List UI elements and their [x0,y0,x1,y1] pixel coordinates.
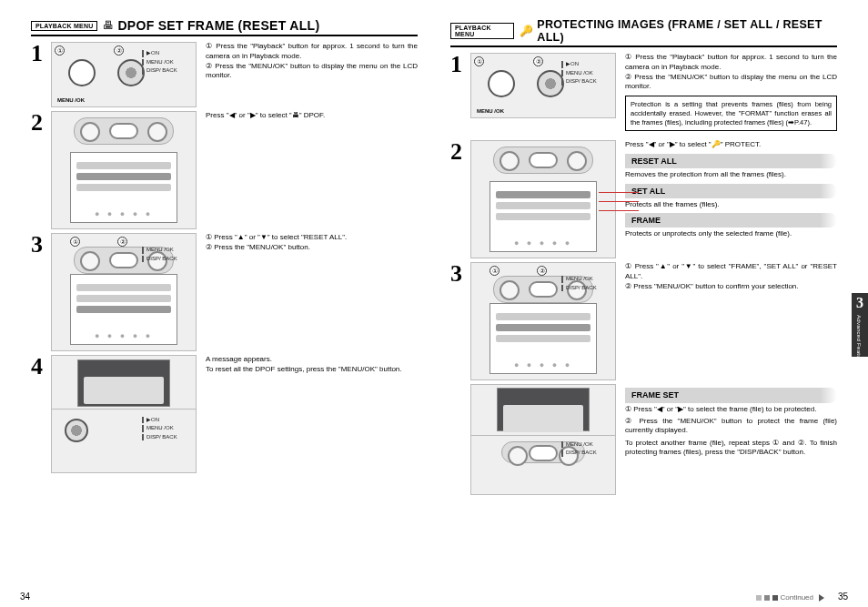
step-number: 1 [450,53,470,137]
disp-label: DISP/ BACK [561,285,611,292]
step1-text2: ② Press the "MENU/OK" button to display … [625,73,837,93]
callout-2: ② [117,237,127,247]
frame-set-text1: ① Press "◀" or "▶" to select the frame (… [625,405,837,414]
step-3: 3 ① ② MENU /OK DISP/ BACK ● ● ● ● ● [31,233,418,351]
lcd-screen: ● ● ● ● ● [70,274,177,345]
camera-top-diagram: ① ② ▶ON MENU /OK DISP/ BACK MENU /OK [51,42,197,107]
step-number: 4 [31,355,51,473]
reset-all-text: Removes the protection from all the fram… [625,170,837,179]
callout-2: ② [114,46,124,56]
step3-text1: ① Press "▲" or "▼" to select "FRAME", "S… [625,262,837,282]
lcd-screen: ● ● ● ● ● [490,303,597,374]
set-all-text: Protects all the frames (files). [625,200,837,209]
callout-1: ① [55,46,65,56]
disp-label: DISP/ BACK [142,67,192,75]
reset-all-heading: RESET ALL [625,154,837,168]
step1-text2: ② Press the "MENU/OK" button to display … [206,62,418,82]
camera-back-diagram: ① ② MENU /OK DISP/ BACK ● ● ● ● ● [51,233,197,351]
frame-set-text3: To protect another frame (file), repeat … [625,439,837,458]
menu-label: MENU /OK [561,276,611,283]
disp-label: DISP/ BACK [561,78,611,86]
callout-2: ② [533,56,543,66]
set-all-heading: SET ALL [625,184,837,198]
menu-label: MENU /OK [142,425,192,432]
lcd-dark: OK [497,388,590,431]
menu-ok-caption: MENU /OK [477,108,504,114]
step-4: 4 OK ▶ON MENU /OK DISP/ BACK [31,355,418,473]
key-icon: 🔑 [520,25,533,37]
section-title: DPOF SET FRAME (RESET ALL) [117,18,319,33]
step-number: 2 [450,140,470,258]
camera-back-diagram: ● ● ● ● ● [51,111,197,229]
step-number: 3 [450,262,470,380]
callout-2: ② [537,266,547,276]
page-number: 34 [20,592,30,602]
step3-text2: ② Press "MENU/OK" button to confirm your… [625,282,837,292]
lcd-screen: ● ● ● ● ● [490,181,597,252]
frame-set-block: OK MENU /OK DISP/ BACK FRAME SET ① Press… [450,384,837,495]
frame-set-heading: FRAME SET [625,388,837,402]
step4-text2: To reset all the DPOF settings, press th… [206,365,418,375]
playback-menu-badge: PLAYBACK MENU [450,23,514,39]
step-2: 2 ● ● ● ● ● Press "◀" or "▶" to select "… [31,111,418,229]
section-header-right: PLAYBACK MENU 🔑 PROTECTING IMAGES (FRAME… [450,18,837,47]
camera-back-diagram: ① ② MENU /OK DISP/ BACK ● ● ● ● ● [470,262,616,380]
menu-label: MENU /OK [561,441,611,449]
menu-button-icon [117,59,145,86]
page-34: PLAYBACK MENU 🖶 DPOF SET FRAME (RESET AL… [0,0,434,607]
step2-text: Press "◀" or "▶" to select "🔑" PROTECT. [625,140,837,150]
continued-indicator: Continued [756,593,824,602]
camera-lcd-diagram: OK MENU /OK DISP/ BACK [470,384,616,495]
dpad-icon [74,117,174,145]
step2-text: Press "◀" or "▶" to select "🖶" DPOF. [206,111,418,121]
menu-label: MENU /OK [142,247,192,254]
step3-text2: ② Press the "MENU/OK" button. [206,243,418,253]
camera-back-diagram: ● ● ● ● ● [470,140,616,258]
chapter-tab: 3 Advanced Features [852,293,868,357]
step-number: 3 [31,233,51,351]
step-1: 1 ① ② ▶ON MENU /OK DISP/ BACK MENU /OK ①… [450,53,837,137]
callout-1: ① [474,56,484,66]
lcd-dark: OK [77,359,170,407]
step-1: 1 ① ② ▶ON MENU /OK DISP/ BACK MENU /OK ①… [31,42,418,107]
arrow-right-icon [819,594,824,602]
disp-label: DISP/ BACK [142,256,192,263]
lcd-screen: ● ● ● ● ● [70,152,177,223]
frame-heading: FRAME [625,213,837,228]
on-label: ▶ON [142,417,192,424]
step-number: 2 [31,111,51,229]
section-header-left: PLAYBACK MENU 🖶 DPOF SET FRAME (RESET AL… [31,18,418,36]
callout-1: ① [490,266,500,276]
menu-label: MENU /OK [142,59,192,66]
playback-dial-icon [488,70,515,97]
step-number: 1 [31,42,51,107]
camera-top-diagram: ① ② ▶ON MENU /OK DISP/ BACK MENU /OK [470,53,616,118]
continued-label: Continued [781,593,813,602]
step1-text1: ① Press the "Playback" button for approx… [206,42,418,62]
print-icon: 🖶 [103,19,114,32]
section-title: PROTECTING IMAGES (FRAME / SET ALL / RES… [537,18,837,44]
menu-ok-caption: MENU /OK [57,97,85,103]
leader-line [599,192,639,193]
step3-text1: ① Press "▲" or "▼" to select "RESET ALL"… [206,233,418,243]
dpad-icon [493,147,593,174]
disp-label: DISP/ BACK [561,450,611,457]
leader-line [599,201,639,202]
chapter-number: 3 [852,293,868,311]
step-number [450,384,470,495]
playback-menu-badge: PLAYBACK MENU [31,21,97,31]
on-label: ▶ON [142,50,192,57]
frame-text: Protects or unprotects only the selected… [625,229,837,238]
leader-line [599,210,639,211]
menu-button-icon [65,419,88,442]
step4-text1: A message appears. [206,355,418,365]
menu-label: MENU /OK [561,70,611,77]
on-label: ▶ON [561,61,611,68]
chapter-label: Advanced Features [852,311,862,367]
playback-dial-icon [68,59,96,86]
frame-set-text2: ② Press the "MENU/OK" button to protect … [625,417,837,436]
page-35: PLAYBACK MENU 🔑 PROTECTING IMAGES (FRAME… [434,0,868,607]
camera-lcd-diagram: OK ▶ON MENU /OK DISP/ BACK [51,355,197,473]
step-3: 3 ① ② MENU /OK DISP/ BACK ● ● ● ● ● [450,262,837,380]
step-2: 2 ● ● ● ● ● Press "◀" or "▶" to select "… [450,140,837,258]
